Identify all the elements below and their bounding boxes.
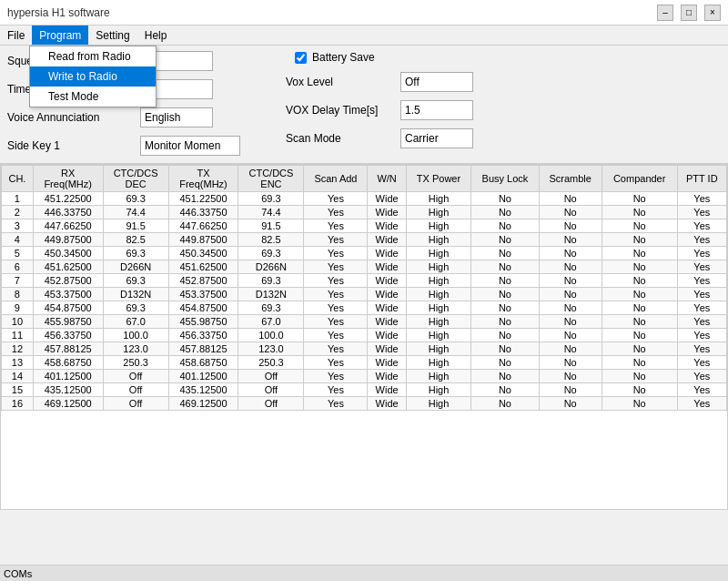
table-cell: 447.66250 bbox=[33, 219, 103, 233]
vox-level-row: Vox Level Off bbox=[286, 72, 473, 92]
table-row[interactable]: 5450.3450069.3450.3450069.3YesWideHighNo… bbox=[2, 247, 727, 260]
table-cell: Yes bbox=[304, 219, 368, 233]
col-compander: Compander bbox=[602, 166, 677, 192]
table-cell: Wide bbox=[368, 301, 406, 315]
table-cell: D132N bbox=[238, 288, 304, 301]
table-cell: No bbox=[539, 233, 602, 247]
table-cell: No bbox=[471, 342, 539, 356]
table-row[interactable]: 6451.62500D266N451.62500D266NYesWideHigh… bbox=[2, 260, 727, 274]
table-cell: High bbox=[406, 192, 470, 206]
table-cell: 453.37500 bbox=[168, 288, 238, 301]
table-row[interactable]: 4449.8750082.5449.8750082.5YesWideHighNo… bbox=[2, 233, 727, 247]
table-cell: Yes bbox=[304, 274, 368, 288]
menu-help[interactable]: Help bbox=[137, 25, 175, 45]
table-cell: Yes bbox=[677, 274, 726, 288]
table-row[interactable]: 8453.37500D132N453.37500D132NYesWideHigh… bbox=[2, 288, 727, 301]
table-row[interactable]: 16469.12500Off469.12500OffYesWideHighNoN… bbox=[2, 397, 727, 411]
table-cell: Wide bbox=[368, 288, 406, 301]
table-row[interactable]: 15435.12500Off435.12500OffYesWideHighNoN… bbox=[2, 383, 727, 397]
maximize-button[interactable]: □ bbox=[681, 5, 697, 21]
table-cell: No bbox=[471, 288, 539, 301]
battery-save-label: Battery Save bbox=[312, 51, 375, 64]
table-cell: Off bbox=[238, 397, 304, 411]
table-cell: Wide bbox=[368, 370, 406, 383]
sidekey-select[interactable]: Monitor Momen bbox=[140, 136, 240, 156]
table-cell: No bbox=[471, 206, 539, 219]
table-cell: No bbox=[539, 383, 602, 397]
col-scan-add: Scan Add bbox=[304, 166, 368, 192]
table-cell: High bbox=[406, 315, 470, 329]
table-cell: High bbox=[406, 206, 470, 219]
table-row[interactable]: 13458.68750250.3458.68750250.3YesWideHig… bbox=[2, 356, 727, 370]
scan-mode-select[interactable]: Carrier bbox=[400, 128, 473, 148]
battery-save-checkbox[interactable] bbox=[295, 52, 307, 64]
table-cell: 454.87500 bbox=[168, 301, 238, 315]
table-cell: Off bbox=[103, 370, 168, 383]
scan-mode-label: Scan Mode bbox=[286, 132, 395, 145]
table-row[interactable]: 11456.33750100.0456.33750100.0YesWideHig… bbox=[2, 329, 727, 342]
sidekey-label: Side Key 1 bbox=[7, 139, 135, 152]
table-cell: 453.37500 bbox=[33, 288, 103, 301]
col-rx: RXFreq(MHz) bbox=[33, 166, 103, 192]
channel-table-container: CH. RXFreq(MHz) CTC/DCSDEC TXFreq(MHz) C… bbox=[0, 164, 728, 510]
table-cell: Yes bbox=[677, 397, 726, 411]
table-row[interactable]: 1451.2250069.3451.2250069.3YesWideHighNo… bbox=[2, 192, 727, 206]
table-cell: Yes bbox=[677, 247, 726, 260]
table-row[interactable]: 10455.9875067.0455.9875067.0YesWideHighN… bbox=[2, 315, 727, 329]
minimize-button[interactable]: – bbox=[657, 5, 673, 21]
table-cell: Wide bbox=[368, 329, 406, 342]
table-row[interactable]: 12457.88125123.0457.88125123.0YesWideHig… bbox=[2, 342, 727, 356]
menu-file[interactable]: File bbox=[0, 25, 32, 45]
table-cell: No bbox=[602, 192, 677, 206]
col-ctc-dec: CTC/DCSDEC bbox=[103, 166, 168, 192]
vox-delay-select[interactable]: 1.5 bbox=[400, 100, 473, 120]
table-cell: D266N bbox=[238, 260, 304, 274]
menu-program[interactable]: Program bbox=[32, 25, 88, 45]
table-cell: 15 bbox=[2, 383, 34, 397]
table-cell: No bbox=[539, 356, 602, 370]
table-cell: Yes bbox=[677, 233, 726, 247]
dropdown-read-from-radio[interactable]: Read from Radio bbox=[30, 46, 156, 66]
table-cell: Wide bbox=[368, 247, 406, 260]
table-row[interactable]: 3447.6625091.5447.6625091.5YesWideHighNo… bbox=[2, 219, 727, 233]
table-row[interactable]: 7452.8750069.3452.8750069.3YesWideHighNo… bbox=[2, 274, 727, 288]
table-cell: 69.3 bbox=[238, 192, 304, 206]
table-cell: No bbox=[539, 274, 602, 288]
table-cell: Yes bbox=[304, 383, 368, 397]
table-cell: 67.0 bbox=[103, 315, 168, 329]
voice-select[interactable]: English bbox=[140, 107, 213, 127]
table-cell: 452.87500 bbox=[33, 274, 103, 288]
table-cell: No bbox=[602, 370, 677, 383]
table-cell: 450.34500 bbox=[33, 247, 103, 260]
table-cell: No bbox=[539, 219, 602, 233]
table-cell: 435.12500 bbox=[168, 383, 238, 397]
table-cell: 82.5 bbox=[103, 233, 168, 247]
table-cell: 447.66250 bbox=[168, 219, 238, 233]
table-cell: No bbox=[539, 315, 602, 329]
table-row[interactable]: 2446.3375074.4446.3375074.4YesWideHighNo… bbox=[2, 206, 727, 219]
col-ch: CH. bbox=[2, 166, 34, 192]
table-cell: Yes bbox=[677, 192, 726, 206]
table-cell: 14 bbox=[2, 370, 34, 383]
dropdown-write-to-radio[interactable]: Write to Radio bbox=[30, 66, 156, 87]
menu-setting[interactable]: Setting bbox=[88, 25, 136, 45]
table-row[interactable]: 9454.8750069.3454.8750069.3YesWideHighNo… bbox=[2, 301, 727, 315]
dropdown-test-mode[interactable]: Test Mode bbox=[30, 87, 156, 107]
col-tx: TXFreq(MHz) bbox=[168, 166, 238, 192]
table-cell: High bbox=[406, 233, 470, 247]
table-cell: Yes bbox=[677, 260, 726, 274]
table-cell: Yes bbox=[677, 206, 726, 219]
table-cell: Yes bbox=[304, 370, 368, 383]
table-cell: 74.4 bbox=[103, 206, 168, 219]
vox-level-select[interactable]: Off bbox=[400, 72, 473, 92]
table-cell: Yes bbox=[304, 301, 368, 315]
table-cell: Yes bbox=[677, 383, 726, 397]
close-button[interactable]: × bbox=[704, 5, 721, 21]
col-busy-lock: Busy Lock bbox=[471, 166, 539, 192]
table-cell: No bbox=[471, 247, 539, 260]
table-cell: 456.33750 bbox=[168, 329, 238, 342]
table-cell: Yes bbox=[677, 301, 726, 315]
table-cell: 449.87500 bbox=[33, 233, 103, 247]
table-cell: No bbox=[471, 260, 539, 274]
table-row[interactable]: 14401.12500Off401.12500OffYesWideHighNoN… bbox=[2, 370, 727, 383]
